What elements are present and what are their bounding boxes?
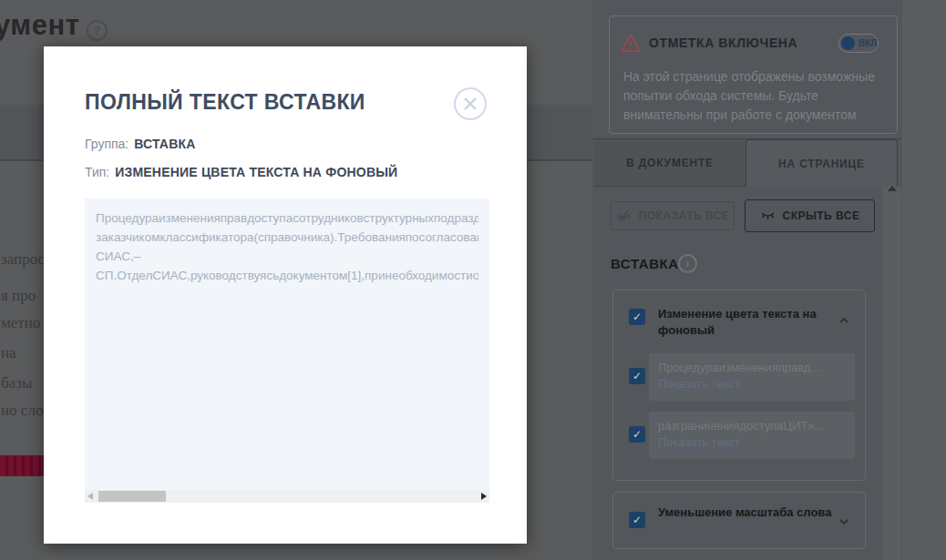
- toggle-knob: [841, 36, 855, 50]
- insertion-item: разграничениядоступаЦИТ»... Показать тек…: [649, 412, 855, 459]
- fulltext-line: Процедураизмененияправдоступасотрудников…: [96, 209, 478, 228]
- fulltext-line: заказчикомклассификатора(справочника).Тр…: [96, 228, 478, 247]
- fulltext-line: СИАС,–: [96, 247, 478, 266]
- sidebar-scrollbar[interactable]: [882, 187, 901, 560]
- group-row-label: Группа:: [85, 137, 129, 151]
- page-gutter: [902, 0, 946, 560]
- hide-all-label: СКРЫТЬ ВСЕ: [783, 209, 860, 222]
- type-row-value: ИЗМЕНЕНИЕ ЦВЕТА ТЕКСТА НА ФОНОВЫЙ: [115, 165, 397, 179]
- show-all-button[interactable]: ПОКАЗАТЬ ВСЕ: [611, 201, 735, 230]
- warning-triangle-icon: [620, 33, 642, 53]
- screen: умент ? запрос я про метно на базы но сл…: [0, 0, 946, 560]
- help-icon[interactable]: ?: [87, 20, 108, 41]
- modal-title: ПОЛНЫЙ ТЕКСТ ВСТАВКИ: [85, 90, 365, 115]
- group-row-value: ВСТАВКА: [134, 137, 195, 151]
- tab-on-page[interactable]: НА СТРАНИЦЕ: [745, 139, 898, 187]
- group-checkbox[interactable]: [629, 309, 645, 325]
- doc-text-fragment: я про: [1, 287, 44, 305]
- sidebar-tabbar: В ДОКУМЕНТЕ НА СТРАНИЦЕ: [592, 138, 902, 187]
- warning-description: На этой странице отображены возможные по…: [623, 67, 889, 125]
- scroll-left-icon[interactable]: [87, 493, 93, 500]
- doc-text-fragment: запрос: [1, 250, 44, 269]
- info-icon[interactable]: i: [678, 254, 697, 273]
- full-text-modal: ПОЛНЫЙ ТЕКСТ ВСТАВКИ Группа:ВСТАВКА Тип:…: [44, 46, 527, 544]
- tab-in-document[interactable]: В ДОКУМЕНТЕ: [594, 139, 745, 187]
- toggle-label: ВКЛ: [859, 38, 877, 48]
- eye-crossed-icon: [616, 209, 632, 222]
- chevron-up-icon[interactable]: [839, 316, 848, 325]
- insertion-item-text: Процедураизмененияправд...: [658, 361, 846, 374]
- horizontal-scrollbar[interactable]: [85, 490, 489, 503]
- item-checkbox[interactable]: [629, 426, 645, 443]
- type-row-label: Тип:: [85, 165, 109, 179]
- insertion-item-text: разграничениядоступаЦИТ»...: [658, 419, 846, 433]
- mark-toggle[interactable]: ВКЛ: [838, 34, 879, 53]
- show-all-label: ПОКАЗАТЬ ВСЕ: [639, 209, 730, 222]
- group-checkbox[interactable]: [629, 512, 645, 528]
- close-icon[interactable]: [453, 87, 488, 121]
- fulltext-line: СП.ОтделСИАС,руководствуясьдокументом[1]…: [96, 266, 478, 285]
- group-row: Группа:ВСТАВКА: [85, 137, 196, 151]
- show-text-link[interactable]: Показать текст: [658, 377, 740, 392]
- warning-title: ОТМЕТКА ВКЛЮЧЕНА: [649, 36, 797, 50]
- insertion-item: Процедураизмененияправд... Показать текс…: [649, 353, 855, 401]
- doc-text-fragment: метно: [1, 314, 44, 332]
- chevron-down-icon[interactable]: [839, 517, 848, 526]
- group-label: Уменьшение масштаба слова: [658, 504, 836, 521]
- page-title: умент: [0, 9, 79, 42]
- group-label: Изменение цвета текста на фоновый: [658, 306, 836, 339]
- doc-text-fragment: но сло: [1, 402, 44, 420]
- document-text-strip: запрос я про метно на базы но сло: [0, 159, 44, 560]
- scroll-up-icon[interactable]: [888, 186, 897, 191]
- item-checkbox[interactable]: [629, 368, 645, 384]
- eye-closed-icon: [760, 210, 776, 221]
- doc-text-fragment: на: [1, 344, 44, 362]
- show-text-link[interactable]: Показать текст: [658, 435, 740, 451]
- type-row: Тип:ИЗМЕНЕНИЕ ЦВЕТА ТЕКСТА НА ФОНОВЫЙ: [85, 165, 397, 179]
- hide-all-button[interactable]: СКРЫТЬ ВСЕ: [745, 199, 875, 232]
- insertion-fulltext-box[interactable]: Процедураизмененияправдоступасотрудников…: [85, 199, 489, 503]
- scroll-right-icon[interactable]: [481, 493, 487, 500]
- section-title-vstavka: ВСТАВКА: [611, 256, 679, 271]
- doc-text-fragment: базы: [1, 374, 44, 392]
- highlighted-text-bar: [0, 455, 44, 476]
- scrollbar-thumb[interactable]: [98, 491, 166, 502]
